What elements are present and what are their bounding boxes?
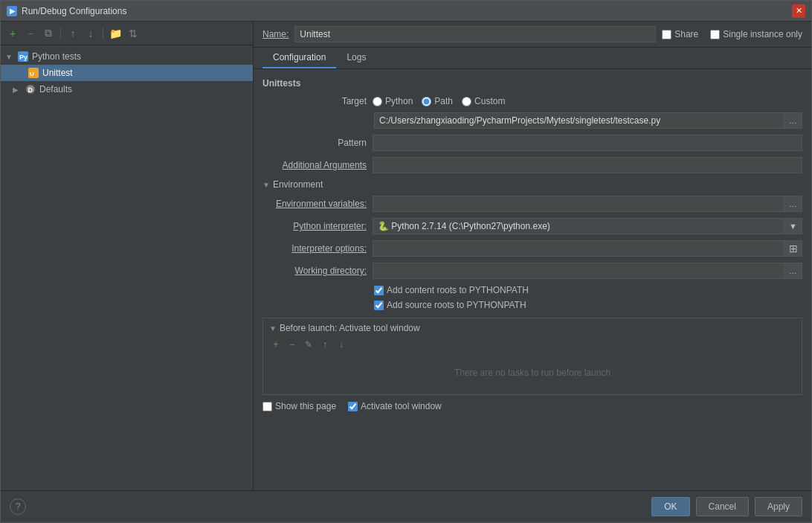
working-dir-input[interactable] <box>373 263 784 279</box>
sidebar-toolbar: + − ⧉ ↑ ↓ 📁 ⇅ <box>1 22 253 45</box>
svg-text:Py: Py <box>19 54 28 61</box>
bottom-bar: ? OK Cancel Apply <box>1 490 811 522</box>
svg-text:D: D <box>28 86 33 94</box>
name-input[interactable] <box>294 26 656 42</box>
run-debug-dialog: ▶ Run/Debug Configurations ✕ + − ⧉ ↑ ↓ 📁… <box>0 0 812 523</box>
single-instance-checkbox-label[interactable]: Single instance only <box>710 29 802 39</box>
add-config-button[interactable]: + <box>5 26 20 41</box>
sort-button[interactable]: ⇅ <box>126 26 141 41</box>
show-page-checkbox-label[interactable]: Show this page <box>262 401 336 411</box>
additional-args-input[interactable] <box>373 157 802 173</box>
share-checkbox[interactable] <box>662 30 671 39</box>
target-row: Target Python Path Custom <box>262 96 802 106</box>
move-up-button[interactable]: ↑ <box>65 26 80 41</box>
defaults-label: Defaults <box>39 84 72 94</box>
launch-down-btn[interactable]: ↓ <box>335 338 348 351</box>
target-radio-group: Python Path Custom <box>373 96 505 106</box>
unittest-label: Unittest <box>42 68 73 78</box>
additional-args-label: Additional Arguments <box>262 160 367 170</box>
remove-config-button[interactable]: − <box>23 26 38 41</box>
activate-tool-checkbox-label[interactable]: Activate tool window <box>348 401 442 411</box>
interp-options-row: Interpreter options: ⊞ <box>262 240 802 257</box>
interp-options-label: Interpreter options: <box>262 243 367 254</box>
working-dir-browse-btn[interactable]: … <box>784 263 802 279</box>
env-vars-input[interactable] <box>373 196 784 212</box>
create-folder-button[interactable]: 📁 <box>108 26 123 41</box>
config-tree: ▼ Py Python tests <box>1 45 253 490</box>
add-source-roots-label[interactable]: Add source roots to PYTHONPATH <box>374 300 526 310</box>
before-launch-header[interactable]: ▼ Before launch: Activate tool window <box>269 323 796 333</box>
share-label: Share <box>674 29 698 39</box>
share-area: Share Single instance only <box>662 29 802 39</box>
radio-custom-label[interactable]: Custom <box>462 96 505 106</box>
path-input[interactable] <box>374 112 784 129</box>
path-browse-button[interactable]: … <box>784 112 802 129</box>
launch-remove-btn[interactable]: − <box>286 338 299 351</box>
apply-button[interactable]: Apply <box>755 497 802 516</box>
defaults-arrow: ▶ <box>13 86 22 94</box>
defaults-icon: D <box>25 83 36 95</box>
add-source-roots-row: Add source roots to PYTHONPATH <box>374 300 802 310</box>
single-instance-checkbox[interactable] <box>710 30 720 39</box>
environment-section-header[interactable]: ▼ Environment <box>262 179 802 190</box>
radio-custom-text: Custom <box>474 96 505 106</box>
target-label: Target <box>262 96 367 106</box>
python-interp-dropdown-btn[interactable]: ▼ <box>784 218 802 234</box>
environment-section-arrow: ▼ <box>262 181 270 189</box>
add-content-roots-checkbox[interactable] <box>374 286 384 295</box>
tree-group-defaults[interactable]: ▶ D Defaults <box>1 81 253 97</box>
env-vars-browse-button[interactable]: … <box>784 196 802 212</box>
bottom-checkboxes: Show this page Activate tool window <box>262 401 802 411</box>
svg-text:U: U <box>30 71 34 77</box>
help-button[interactable]: ? <box>10 498 26 515</box>
env-vars-label: Environment variables: <box>262 199 367 209</box>
launch-up-btn[interactable]: ↑ <box>318 338 332 351</box>
before-launch-section: ▼ Before launch: Activate tool window + … <box>262 318 802 395</box>
ok-button[interactable]: OK <box>651 497 689 516</box>
env-vars-row: Environment variables: … <box>262 196 802 212</box>
sidebar: + − ⧉ ↑ ↓ 📁 ⇅ ▼ <box>1 22 254 490</box>
show-page-checkbox[interactable] <box>262 402 272 411</box>
tab-logs[interactable]: Logs <box>336 48 376 68</box>
add-content-roots-label[interactable]: Add content roots to PYTHONPATH <box>374 285 529 295</box>
working-dir-label: Working directory: <box>262 266 367 276</box>
close-button[interactable]: ✕ <box>792 4 805 18</box>
environment-section-label: Environment <box>273 179 323 190</box>
interp-options-input[interactable] <box>373 240 784 257</box>
tab-configuration[interactable]: Configuration <box>262 48 336 68</box>
name-bar: Name: Share Single instance only <box>254 22 811 48</box>
radio-python[interactable] <box>373 97 382 106</box>
activate-tool-checkbox[interactable] <box>348 402 358 411</box>
tree-item-unittest[interactable]: U Unittest <box>1 65 253 81</box>
cancel-button[interactable]: Cancel <box>696 497 749 516</box>
python-interp-label: Python interpreter: <box>262 221 367 231</box>
env-vars-input-wrapper: … <box>373 196 802 212</box>
dialog-icon: ▶ <box>7 6 17 16</box>
pattern-input[interactable] <box>373 135 802 151</box>
launch-add-btn[interactable]: + <box>269 338 283 351</box>
radio-python-label[interactable]: Python <box>373 96 413 106</box>
add-content-roots-row: Add content roots to PYTHONPATH <box>374 285 802 295</box>
python-interp-select[interactable]: 🐍 Python 2.7.14 (C:\Python27\python.exe) <box>373 218 784 234</box>
launch-edit-btn[interactable]: ✎ <box>302 338 315 351</box>
working-dir-wrapper: … <box>373 263 802 279</box>
toolbar-sep-2 <box>103 28 103 39</box>
add-source-roots-checkbox[interactable] <box>374 301 384 310</box>
title-bar: ▶ Run/Debug Configurations ✕ <box>1 1 811 22</box>
before-launch-arrow: ▼ <box>269 324 277 333</box>
activate-tool-label: Activate tool window <box>361 401 442 411</box>
copy-config-button[interactable]: ⧉ <box>41 26 56 41</box>
share-checkbox-label[interactable]: Share <box>662 29 698 39</box>
move-down-button[interactable]: ↓ <box>83 26 98 41</box>
tree-group-python-tests-header[interactable]: ▼ Py Python tests <box>1 48 253 65</box>
radio-custom[interactable] <box>462 97 471 106</box>
python-tests-label: Python tests <box>32 51 81 62</box>
interp-options-wrapper: ⊞ <box>373 240 802 257</box>
radio-path[interactable] <box>422 97 431 106</box>
radio-path-label[interactable]: Path <box>422 96 453 106</box>
config-panel: Unittests Target Python Path <box>254 69 811 490</box>
name-field-label: Name: <box>262 29 289 39</box>
python-tests-icon: Py <box>17 51 29 62</box>
interp-options-browse-btn[interactable]: ⊞ <box>784 240 802 257</box>
pattern-row: Pattern <box>262 135 802 151</box>
